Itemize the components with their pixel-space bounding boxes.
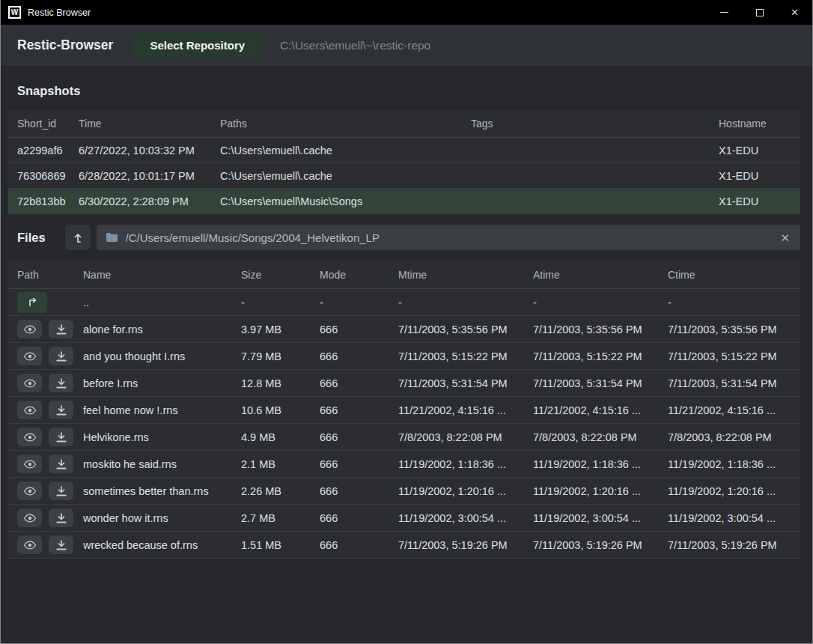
download-file-button[interactable] [49, 535, 73, 554]
file-mode: 666 [320, 431, 398, 443]
minimize-button[interactable] [707, 0, 742, 25]
download-file-button[interactable] [49, 401, 73, 419]
file-mode: - [320, 297, 398, 309]
eye-icon [23, 406, 37, 415]
file-size: 2.26 MB [241, 485, 320, 497]
file-row-actions [8, 455, 83, 473]
preview-file-button[interactable] [17, 320, 42, 338]
file-ctime: 7/11/2003, 5:31:54 PM [668, 377, 800, 389]
download-icon [56, 378, 67, 389]
column-header-short-id: Short_id [8, 118, 79, 130]
column-header-tags: Tags [471, 118, 719, 130]
eye-icon [23, 325, 37, 334]
files-table: Path Name Size Mode Mtime Atime Ctime ..… [8, 261, 800, 559]
file-ctime: 11/21/2002, 4:15:16 ... [668, 404, 800, 416]
file-name: wrecked because of.rns [83, 539, 241, 551]
snapshots-table: Short_id Time Paths Tags Hostname a2299a… [8, 110, 800, 214]
file-row-actions [8, 320, 83, 338]
file-mode: 666 [320, 458, 398, 470]
files-table-header: Path Name Size Mode Mtime Atime Ctime [8, 261, 800, 289]
snapshot-paths: C:\Users\emuell\.cache [220, 145, 471, 157]
snapshot-row-selected[interactable]: 72b813bb 6/30/2022, 2:28:09 PM C:\Users\… [8, 189, 800, 214]
file-mode: 666 [320, 485, 398, 497]
close-button[interactable]: ✕ [777, 0, 812, 25]
download-file-button[interactable] [49, 320, 73, 338]
file-mtime: 7/11/2003, 5:35:56 PM [398, 323, 533, 335]
download-file-button[interactable] [49, 374, 73, 392]
file-atime: 7/11/2003, 5:35:56 PM [533, 323, 668, 335]
file-row: wrecked because of.rns 1.51 MB 666 7/11/… [8, 532, 800, 559]
select-repository-button[interactable]: Select Repository [133, 32, 262, 58]
file-name: wonder how it.rns [83, 512, 241, 524]
download-file-button[interactable] [49, 347, 73, 365]
file-size: 2.7 MB [241, 512, 320, 524]
clear-icon: ✕ [780, 231, 790, 244]
download-icon [56, 324, 67, 335]
file-mtime: 7/8/2003, 8:22:08 PM [398, 431, 533, 443]
app-title: Restic-Browser [17, 37, 113, 53]
download-file-button[interactable] [49, 455, 73, 473]
column-header-size: Size [241, 269, 320, 281]
file-size: 12.8 MB [241, 377, 320, 389]
preview-file-button[interactable] [17, 347, 42, 365]
file-name: .. [83, 297, 241, 309]
go-up-directory-button[interactable] [17, 292, 47, 313]
column-header-path: Path [8, 269, 83, 281]
file-row: moskito he said.rns 2.1 MB 666 11/19/200… [8, 451, 800, 478]
download-file-button[interactable] [49, 428, 73, 446]
maximize-button[interactable] [742, 0, 777, 25]
file-name: Helvikone.rns [83, 431, 241, 443]
snapshot-row[interactable]: 76306869 6/28/2022, 10:01:17 PM C:\Users… [8, 163, 800, 189]
file-size: 7.79 MB [241, 350, 320, 362]
eye-icon [23, 487, 37, 496]
file-name: before I.rns [83, 377, 241, 389]
column-header-hostname: Hostname [719, 118, 800, 130]
preview-file-button[interactable] [17, 482, 42, 500]
window-title: Restic Browser [28, 7, 91, 18]
current-path-input[interactable] [126, 231, 772, 244]
app-logo-icon: W [8, 6, 21, 19]
file-ctime: 7/11/2003, 5:35:56 PM [668, 323, 800, 335]
file-rows-container: alone for.rns 3.97 MB 666 7/11/2003, 5:3… [8, 316, 800, 559]
snapshot-hostname: X1-EDU [719, 145, 800, 157]
preview-file-button[interactable] [17, 508, 42, 527]
preview-file-button[interactable] [17, 455, 42, 473]
snapshot-time: 6/28/2022, 10:01:17 PM [79, 170, 220, 182]
file-size: 10.6 MB [241, 404, 320, 416]
go-to-root-button[interactable] [65, 225, 91, 250]
file-mode: 666 [320, 404, 398, 416]
app-header: Restic-Browser Select Repository C:\User… [1, 25, 812, 66]
eye-icon [23, 379, 37, 388]
download-file-button[interactable] [49, 482, 73, 500]
snapshot-row[interactable]: a2299af6 6/27/2022, 10:03:32 PM C:\Users… [8, 138, 800, 163]
snapshot-time: 6/27/2022, 10:03:32 PM [79, 145, 220, 157]
download-file-button[interactable] [49, 508, 73, 527]
titlebar: W Restic Browser ✕ [1, 0, 812, 25]
parent-directory-row[interactable]: .. - - - - - [8, 289, 800, 316]
column-header-time: Time [79, 118, 220, 130]
preview-file-button[interactable] [17, 535, 42, 554]
column-header-ctime: Ctime [668, 269, 800, 281]
file-atime: 11/19/2002, 1:18:36 ... [533, 458, 668, 470]
repository-path-text: C:\Users\emuell\~\restic-repo [280, 39, 430, 52]
file-size: 2.1 MB [241, 458, 320, 470]
preview-file-button[interactable] [17, 401, 42, 419]
file-size: - [241, 297, 320, 309]
file-row: before I.rns 12.8 MB 666 7/11/2003, 5:31… [8, 370, 800, 397]
file-ctime: 11/19/2002, 1:20:16 ... [668, 485, 800, 497]
preview-file-button[interactable] [17, 428, 42, 446]
snapshot-short-id: a2299af6 [8, 145, 79, 157]
preview-file-button[interactable] [17, 374, 42, 392]
eye-icon [23, 514, 37, 523]
clear-path-button[interactable]: ✕ [779, 232, 791, 243]
close-icon: ✕ [791, 7, 799, 17]
snapshot-paths: C:\Users\emuell\Music\Songs [220, 195, 471, 207]
file-atime: 11/21/2002, 4:15:16 ... [533, 404, 668, 416]
file-mtime: 11/19/2002, 1:18:36 ... [398, 458, 533, 470]
up-arrow-from-bar-icon [73, 232, 83, 243]
column-header-mtime: Mtime [398, 269, 533, 281]
download-icon [56, 540, 67, 550]
eye-icon [23, 433, 37, 442]
file-ctime: 7/11/2003, 5:15:22 PM [668, 350, 800, 362]
column-header-mode: Mode [320, 269, 398, 281]
